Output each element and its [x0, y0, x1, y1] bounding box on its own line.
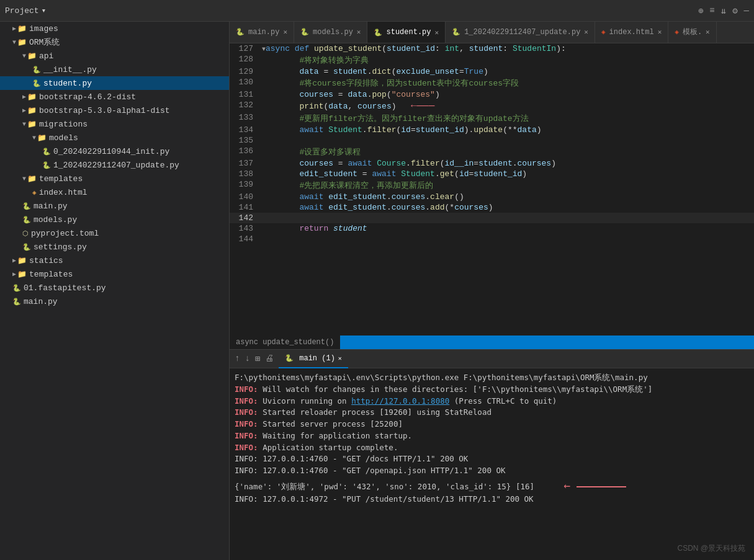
- tab-label: index.html: [609, 28, 654, 37]
- sidebar-item-statics[interactable]: ▶ 📁 statics: [0, 254, 229, 267]
- python-file-icon: 🐍: [22, 243, 31, 251]
- folder-icon: 📁: [17, 38, 27, 47]
- tab-close-icon[interactable]: ✕: [435, 29, 439, 37]
- tab-close-icon[interactable]: ✕: [283, 28, 287, 36]
- sidebar-item-label: 01.fastapitest.py: [24, 283, 106, 293]
- code-editor[interactable]: 127 ▼async def update_student(student_id…: [230, 43, 754, 336]
- term-scroll-up-icon[interactable]: ↑: [235, 353, 240, 364]
- tab-close-icon[interactable]: ✕: [357, 28, 361, 36]
- sidebar-item-images[interactable]: ▶ 📁 images: [0, 22, 229, 35]
- sidebar-item-student[interactable]: 🐍 student.py: [0, 76, 229, 90]
- python-terminal-icon: 🐍: [285, 354, 294, 362]
- tab-student[interactable]: 🐍 student.py ✕: [367, 22, 446, 43]
- tab-close-icon[interactable]: ✕: [706, 28, 710, 36]
- add-icon[interactable]: ⊕: [698, 6, 703, 16]
- sidebar-item-label: pyproject.toml: [31, 229, 99, 238]
- code-line-136: 136 #设置多对多课程: [230, 146, 754, 158]
- sidebar-item-bootstrap1[interactable]: ▶ 📁 bootstrap-4.6.2-dist: [0, 90, 229, 104]
- terminal-line-4: INFO: Started server process [25200]: [235, 419, 749, 430]
- terminal-line-5: INFO: Waiting for application startup.: [235, 430, 749, 442]
- minimize-icon[interactable]: —: [744, 6, 749, 16]
- python-tab-icon: 🐍: [300, 28, 309, 36]
- sidebar: ▶ 📁 images ▼ 📁 ORM系统 ▼ 📁 api 🐍 __init__.…: [0, 22, 230, 560]
- code-line-139: 139 #先把原来课程清空，再添加更新后的: [230, 179, 754, 192]
- code-line-135: 135: [230, 135, 754, 146]
- sidebar-item-init[interactable]: 🐍 __init__.py: [0, 63, 229, 76]
- terminal-line-6: INFO: Application startup complete.: [235, 442, 749, 454]
- terminal-tabs: ↑ ↓ ⊞ 🖨 🐍 main (1) ✕: [230, 350, 754, 368]
- term-split-icon[interactable]: ⊞: [255, 353, 260, 364]
- tab-label: models.py: [313, 28, 353, 37]
- code-line-133: 133 #更新用filter方法。因为filter查出来的对象有update方法: [230, 112, 754, 125]
- sidebar-item-models-py[interactable]: 🐍 models.py: [0, 213, 229, 226]
- list-icon[interactable]: ≡: [709, 6, 714, 16]
- uvicorn-link[interactable]: http://127.0.0.1:8080: [351, 396, 449, 406]
- sidebar-item-templates2[interactable]: ▶ 📁 templates: [0, 267, 229, 281]
- csdn-watermark: CSDN @景天科技苑: [677, 543, 745, 554]
- chevron-right-icon: ▶: [12, 270, 16, 278]
- tab-close-icon[interactable]: ✕: [584, 28, 588, 36]
- sidebar-item-update-migration[interactable]: 🐍 1_20240229112407_update.py: [0, 158, 229, 172]
- code-line-143: 143 return student: [230, 223, 754, 234]
- code-line-141: 141 await edit_student.courses.add(*cour…: [230, 202, 754, 213]
- tab-close-icon[interactable]: ✕: [658, 28, 662, 36]
- sidebar-item-api[interactable]: ▼ 📁 api: [0, 49, 229, 63]
- settings-icon[interactable]: ⚙: [732, 6, 737, 16]
- tab-models[interactable]: 🐍 models.py ✕: [294, 22, 367, 43]
- project-label[interactable]: Project ▾: [5, 6, 46, 16]
- terminal-content[interactable]: F:\pythonitems\myfastapi\.env\Scripts\py…: [230, 368, 754, 560]
- python-file-icon: 🐍: [32, 66, 41, 74]
- chevron-right-icon: ▶: [12, 257, 16, 264]
- sidebar-item-label: main.py: [34, 202, 68, 211]
- chevron-down-icon: ▼: [32, 135, 36, 141]
- python-tab-icon: 🐍: [452, 28, 460, 36]
- chevron-down-icon: ▼: [22, 53, 26, 60]
- sidebar-item-label: ORM系统: [29, 37, 60, 48]
- collapse-icon[interactable]: ⇊: [721, 6, 726, 16]
- terminal-area: ↑ ↓ ⊞ 🖨 🐍 main (1) ✕ F:\pythonitems\myfa…: [230, 349, 754, 560]
- tab-main[interactable]: 🐍 main.py ✕: [230, 22, 294, 43]
- term-print-icon[interactable]: 🖨: [265, 353, 274, 364]
- sidebar-item-templates1[interactable]: ▼ 📁 templates: [0, 172, 229, 185]
- sidebar-item-init-migration[interactable]: 🐍 0_20240229110944_init.py: [0, 144, 229, 158]
- tab-label: main.py: [248, 28, 279, 37]
- python-tab-icon: 🐍: [236, 28, 245, 36]
- sidebar-item-main-root[interactable]: 🐍 main.py: [0, 295, 229, 308]
- python-tab-icon: 🐍: [374, 29, 382, 37]
- html-file-icon: ◈: [32, 189, 37, 197]
- sidebar-item-models-folder[interactable]: ▼ 📁 models: [0, 131, 229, 144]
- sidebar-item-settings[interactable]: 🐍 settings.py: [0, 240, 229, 254]
- sidebar-item-orm[interactable]: ▼ 📁 ORM系统: [0, 35, 229, 49]
- terminal-line-3: INFO: Started reloader process [19260] u…: [235, 407, 749, 419]
- folder-icon: 📁: [27, 174, 37, 184]
- code-line-140: 140 await edit_student.courses.clear(): [230, 192, 754, 202]
- sidebar-item-pyproject[interactable]: ⬡ pyproject.toml: [0, 226, 229, 240]
- sidebar-item-migrations[interactable]: ▼ 📁 migrations: [0, 117, 229, 131]
- sidebar-item-bootstrap2[interactable]: ▶ 📁 bootstrap-5.3.0-alpha1-dist: [0, 104, 229, 117]
- python-file-icon: 🐍: [32, 79, 41, 87]
- terminal-line-1: INFO: Will watch for changes in these di…: [235, 384, 749, 396]
- code-line-128: 128 #将对象转换为字典: [230, 54, 754, 66]
- python-file-icon: 🐍: [22, 202, 31, 210]
- sidebar-item-label: main.py: [24, 297, 58, 306]
- html-tab-icon: ◈: [601, 28, 606, 36]
- tabs-bar: 🐍 main.py ✕ 🐍 models.py ✕ 🐍 student.py ✕…: [230, 22, 754, 43]
- code-table: 127 ▼async def update_student(student_id…: [230, 43, 754, 244]
- dropdown-arrow[interactable]: ▾: [42, 6, 47, 16]
- terminal-tab-main[interactable]: 🐍 main (1) ✕: [279, 350, 348, 368]
- chevron-down-icon: ▼: [12, 39, 16, 46]
- sidebar-item-01fastapi[interactable]: 🐍 01.fastapitest.py: [0, 281, 229, 295]
- chevron-right-icon: ▶: [22, 93, 26, 100]
- tab-moban[interactable]: ◈ 模板. ✕: [668, 22, 716, 43]
- terminal-line-9: INFO: 127.0.0.1:4972 - "PUT /student/stu…: [235, 494, 749, 505]
- tab-index-html[interactable]: ◈ index.html ✕: [595, 22, 668, 43]
- tab-update[interactable]: 🐍 1_20240229112407_update.py ✕: [446, 22, 595, 43]
- status-bar: async update_student(): [230, 336, 754, 349]
- sidebar-item-label: statics: [29, 256, 63, 265]
- code-line-130: 130 #将courses字段排除，因为student表中没有courses字段: [230, 77, 754, 89]
- term-scroll-down-icon[interactable]: ↓: [245, 353, 249, 364]
- terminal-close-icon[interactable]: ✕: [338, 355, 342, 362]
- folder-icon: 📁: [37, 133, 47, 143]
- sidebar-item-index-html[interactable]: ◈ index.html: [0, 185, 229, 199]
- sidebar-item-main-py[interactable]: 🐍 main.py: [0, 199, 229, 213]
